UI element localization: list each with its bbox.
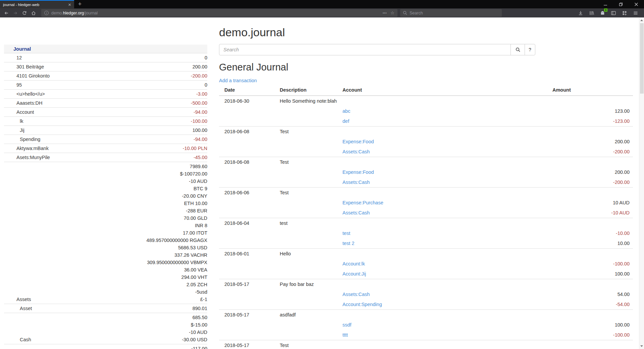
window-restore-button[interactable]: [613, 0, 629, 8]
scrollbar-down-icon[interactable]: [640, 345, 643, 347]
transaction-date: 2018-05-17: [219, 279, 280, 290]
posting-account-link[interactable]: Expense:Food: [342, 139, 374, 144]
search-button[interactable]: [511, 44, 525, 55]
posting-row: Expense:Purchase10 AUD: [219, 198, 633, 208]
posting-account-link[interactable]: ssdf: [342, 322, 352, 328]
transaction-date: 2018-06-01: [219, 249, 280, 259]
sidebar-account-row: Asset890.01: [4, 304, 207, 313]
balance-amount: -500.00: [191, 99, 207, 107]
balance-amount: -94.00: [194, 108, 207, 116]
sidebar-account-link[interactable]: 4101 Girokonto: [4, 72, 191, 80]
url-domain: hledger.org: [63, 11, 84, 15]
tab-close-icon[interactable]: ×: [68, 2, 71, 7]
reload-button[interactable]: [20, 9, 29, 17]
browser-tab[interactable]: journal - hledger-web ×: [0, 0, 74, 8]
add-transaction-link[interactable]: Add a transaction: [219, 78, 257, 83]
home-button[interactable]: [29, 9, 38, 17]
posting-account-link[interactable]: test 2: [342, 241, 354, 246]
sidebar-account-link[interactable]: Spending: [4, 136, 194, 143]
balance-amount: INR 8: [195, 222, 207, 229]
new-tab-button[interactable]: +: [74, 0, 86, 8]
bookmark-star-icon[interactable]: ☆: [390, 10, 394, 15]
posting-row: def-123.00: [219, 116, 633, 127]
posting-amount: -10.00: [552, 228, 633, 238]
posting-row: test 210.00: [219, 238, 633, 249]
forward-button[interactable]: [11, 9, 20, 17]
window-minimize-button[interactable]: [598, 0, 613, 8]
posting-row: ssdf100.00: [219, 320, 633, 330]
posting-account-link[interactable]: Assets:Cash: [342, 180, 370, 185]
sidebar-account-link[interactable]: Aktywa:mBank: [4, 145, 183, 152]
url-bar[interactable]: i demo.hledger.org/journal ••• ☆: [41, 9, 397, 17]
scrollbar-thumb[interactable]: [640, 23, 644, 94]
ghostery-extension-icon[interactable]: 0: [600, 10, 605, 15]
transaction-row: 2018-06-06Test: [219, 188, 633, 198]
sidebar-account-list: 120301 Beiträge200.004101 Girokonto-200.…: [4, 53, 207, 349]
posting-account-link[interactable]: test: [342, 231, 350, 236]
page-scrollbar[interactable]: [639, 17, 644, 349]
posting-account-link[interactable]: abc: [342, 108, 350, 114]
back-button[interactable]: [2, 9, 11, 17]
sidebar-account-link[interactable]: Assets: [4, 296, 147, 303]
sidebar-account-link[interactable]: Asets:MunyPile: [4, 154, 194, 161]
extension-badge: 0: [604, 8, 607, 12]
table-header-row: DateDescriptionAccountAmount: [219, 86, 633, 96]
sidebar-account-link[interactable]: Cash: [4, 336, 182, 343]
sidebar-account-link[interactable]: <u>hello</u>: [4, 90, 196, 98]
downloads-icon[interactable]: [578, 10, 583, 16]
balance-amount: 17.00 ITOT: [183, 229, 207, 237]
sidebar-journal-link[interactable]: Journal: [13, 46, 31, 52]
sidebar-account-row: <u>hello</u>-3.00: [4, 90, 207, 99]
sidebar-account-link[interactable]: 12: [4, 54, 205, 61]
posting-account-link[interactable]: Account:Jij: [342, 271, 366, 277]
posting-row: tttt-100.00: [219, 330, 633, 340]
search-input[interactable]: [219, 44, 511, 55]
sidebar-account-link[interactable]: Asset: [4, 305, 193, 312]
sidebar-account-link[interactable]: lk: [4, 117, 191, 125]
search-help-button[interactable]: ?: [525, 44, 535, 55]
posting-account-link[interactable]: Account:lk: [342, 261, 365, 266]
sidebar-account-balance: 0: [205, 81, 207, 89]
menu-hamburger-icon[interactable]: [633, 10, 638, 16]
sidebar-toggle-icon[interactable]: [611, 10, 616, 16]
scrollbar-up-icon[interactable]: [640, 19, 643, 21]
posting-account-link[interactable]: Expense:Purchase: [342, 200, 383, 205]
sidebar-account-link[interactable]: 95: [4, 81, 205, 89]
balance-amount: -5usd: [195, 288, 207, 296]
transaction-row: 2018-06-30Hello Something note:blah: [219, 96, 633, 106]
sidebar-account-link[interactable]: Jij: [4, 127, 193, 134]
sidebar-account-row: Spending-94.00: [4, 135, 207, 144]
posting-account-link[interactable]: Account:Spending: [342, 302, 382, 307]
posting-row: Account:Spending-54.00: [219, 299, 633, 310]
toolbar-icons: 0: [578, 10, 642, 16]
library-icon[interactable]: [589, 10, 594, 16]
sidebar-account-balance: 7989.60$-100720.00-10 AUDBTC 9-20.00 CNY…: [147, 163, 207, 303]
sidebar-account-link[interactable]: Aaasets:DH: [4, 99, 191, 107]
window-close-button[interactable]: [629, 0, 644, 8]
search-icon: [516, 47, 520, 52]
browser-search-box[interactable]: Search: [400, 9, 502, 17]
apps-grid-icon[interactable]: [622, 10, 627, 16]
sidebar-account-link[interactable]: Account: [4, 108, 194, 116]
sidebar-account-balance: -10.00 PLN: [183, 145, 207, 152]
posting-account-link[interactable]: tttt: [342, 332, 348, 338]
page-actions-icon[interactable]: •••: [383, 11, 387, 15]
balance-amount: 309.950000000000 VBMPX: [147, 259, 207, 266]
transaction-date: 2018-05-17: [219, 310, 280, 320]
balance-amount: $-100720.00: [180, 170, 207, 178]
sidebar-account-row: Aktywa:mBank-10.00 PLN: [4, 144, 207, 153]
sidebar-account-row: 950: [4, 81, 207, 90]
sidebar-account-row: Assets7989.60$-100720.00-10 AUDBTC 9-20.…: [4, 162, 207, 304]
url-path: /journal: [84, 11, 98, 15]
balance-amount: 2.05 ZCH: [186, 281, 207, 288]
posting-account-link[interactable]: Assets:Cash: [342, 149, 370, 154]
posting-account-link[interactable]: def: [342, 118, 349, 124]
transaction-description: Test: [280, 157, 342, 167]
posting-account-link[interactable]: Assets:Cash: [342, 292, 370, 297]
site-info-icon[interactable]: i: [44, 11, 49, 15]
posting-amount: 10 AUD: [552, 198, 633, 208]
sidebar-account-link[interactable]: 301 Beiträge: [4, 63, 193, 70]
posting-amount: 200.00: [552, 137, 633, 147]
posting-account-link[interactable]: Expense:Food: [342, 169, 374, 175]
posting-account-link[interactable]: Assets:Cash: [342, 210, 370, 215]
